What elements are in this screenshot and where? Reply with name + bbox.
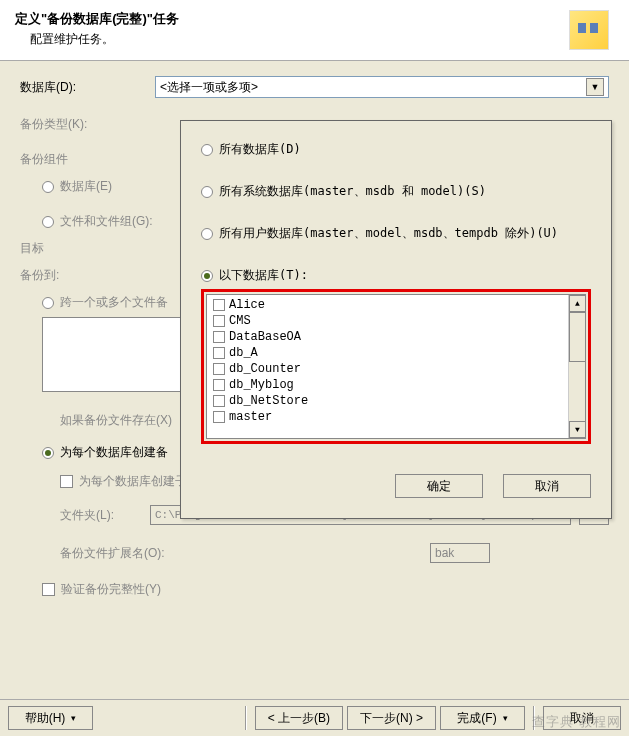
- radio-icon: [201, 186, 213, 198]
- radio-icon: [201, 144, 213, 156]
- opt-system-databases[interactable]: 所有系统数据库(master、msdb 和 model)(S): [201, 183, 591, 200]
- header-title: 定义"备份数据库(完整)"任务: [15, 10, 569, 28]
- db-item[interactable]: db_Counter: [209, 361, 583, 377]
- scrollbar[interactable]: ▲ ▼: [568, 295, 585, 438]
- ext-label: 备份文件扩展名(O):: [60, 545, 430, 562]
- checkbox-icon: [213, 347, 225, 359]
- ext-input[interactable]: bak: [430, 543, 490, 563]
- comp-files-label: 文件和文件组(G):: [60, 213, 153, 230]
- per-db-label: 为每个数据库创建备: [60, 444, 168, 461]
- checkbox-icon: [213, 315, 225, 327]
- folder-label: 文件夹(L):: [60, 507, 150, 524]
- db-list[interactable]: AliceCMSDataBaseOAdb_Adb_Counterdb_Myblo…: [206, 294, 586, 439]
- db-list-highlight: AliceCMSDataBaseOAdb_Adb_Counterdb_Myblo…: [201, 289, 591, 444]
- checkbox-icon: [213, 411, 225, 423]
- radio-icon: [201, 228, 213, 240]
- back-button[interactable]: < 上一步(B): [255, 706, 343, 730]
- db-item-label: db_Counter: [229, 362, 301, 376]
- db-item[interactable]: CMS: [209, 313, 583, 329]
- opt-these-label: 以下数据库(T):: [219, 267, 308, 284]
- database-dropdown-panel: 所有数据库(D) 所有系统数据库(master、msdb 和 model)(S)…: [180, 120, 612, 519]
- radio-icon: [42, 216, 54, 228]
- combo-dropdown-icon[interactable]: ▼: [586, 78, 604, 96]
- opt-user-label: 所有用户数据库(master、model、msdb、tempdb 除外)(U): [219, 225, 558, 242]
- ok-button[interactable]: 确定: [395, 474, 483, 498]
- database-label: 数据库(D):: [20, 79, 155, 96]
- opt-these-databases[interactable]: 以下数据库(T):: [201, 267, 591, 284]
- db-item-label: db_Myblog: [229, 378, 294, 392]
- comp-database-label: 数据库(E): [60, 178, 112, 195]
- checkbox-icon: [60, 475, 73, 488]
- db-item-label: master: [229, 410, 272, 424]
- checkbox-icon: [213, 299, 225, 311]
- finish-button[interactable]: 完成(F): [440, 706, 525, 730]
- ext-row: 备份文件扩展名(O): bak: [60, 543, 609, 563]
- watermark: 查字典 教程网: [532, 713, 621, 731]
- cancel-button[interactable]: 取消: [503, 474, 591, 498]
- checkbox-icon: [213, 379, 225, 391]
- db-item[interactable]: master: [209, 409, 583, 425]
- radio-icon: [201, 270, 213, 282]
- verify-check[interactable]: 验证备份完整性(Y): [42, 581, 609, 598]
- scroll-down-icon[interactable]: ▼: [569, 421, 586, 438]
- header-text: 定义"备份数据库(完整)"任务 配置维护任务。: [15, 10, 569, 48]
- dropdown-buttons: 确定 取消: [201, 474, 591, 498]
- db-item[interactable]: db_Myblog: [209, 377, 583, 393]
- db-item[interactable]: DataBaseOA: [209, 329, 583, 345]
- opt-user-databases[interactable]: 所有用户数据库(master、model、msdb、tempdb 除外)(U): [201, 225, 591, 242]
- header-icon: [569, 10, 609, 50]
- db-item[interactable]: db_NetStore: [209, 393, 583, 409]
- db-item-label: db_A: [229, 346, 258, 360]
- checkbox-icon: [213, 363, 225, 375]
- database-row: 数据库(D): <选择一项或多项> ▼: [20, 76, 609, 98]
- database-combo[interactable]: <选择一项或多项> ▼: [155, 76, 609, 98]
- checkbox-icon: [213, 395, 225, 407]
- header-subtitle: 配置维护任务。: [30, 31, 569, 48]
- help-button[interactable]: 帮助(H): [8, 706, 93, 730]
- scroll-thumb[interactable]: [569, 312, 586, 362]
- radio-icon: [42, 447, 54, 459]
- next-button[interactable]: 下一步(N) >: [347, 706, 436, 730]
- opt-system-label: 所有系统数据库(master、msdb 和 model)(S): [219, 183, 486, 200]
- db-item-label: DataBaseOA: [229, 330, 301, 344]
- checkbox-icon: [213, 331, 225, 343]
- scroll-up-icon[interactable]: ▲: [569, 295, 586, 312]
- db-item-label: db_NetStore: [229, 394, 308, 408]
- checkbox-icon: [42, 583, 55, 596]
- radio-icon: [42, 181, 54, 193]
- radio-icon: [42, 297, 54, 309]
- across-files-label: 跨一个或多个文件备: [60, 294, 168, 311]
- wizard-header: 定义"备份数据库(完整)"任务 配置维护任务。: [0, 0, 629, 61]
- backup-type-label: 备份类型(K):: [20, 116, 155, 133]
- opt-all-label: 所有数据库(D): [219, 141, 301, 158]
- db-item[interactable]: db_A: [209, 345, 583, 361]
- opt-all-databases[interactable]: 所有数据库(D): [201, 141, 591, 158]
- database-combo-text: <选择一项或多项>: [160, 79, 586, 96]
- db-item[interactable]: Alice: [209, 297, 583, 313]
- db-item-label: CMS: [229, 314, 251, 328]
- db-item-label: Alice: [229, 298, 265, 312]
- verify-label: 验证备份完整性(Y): [61, 581, 161, 598]
